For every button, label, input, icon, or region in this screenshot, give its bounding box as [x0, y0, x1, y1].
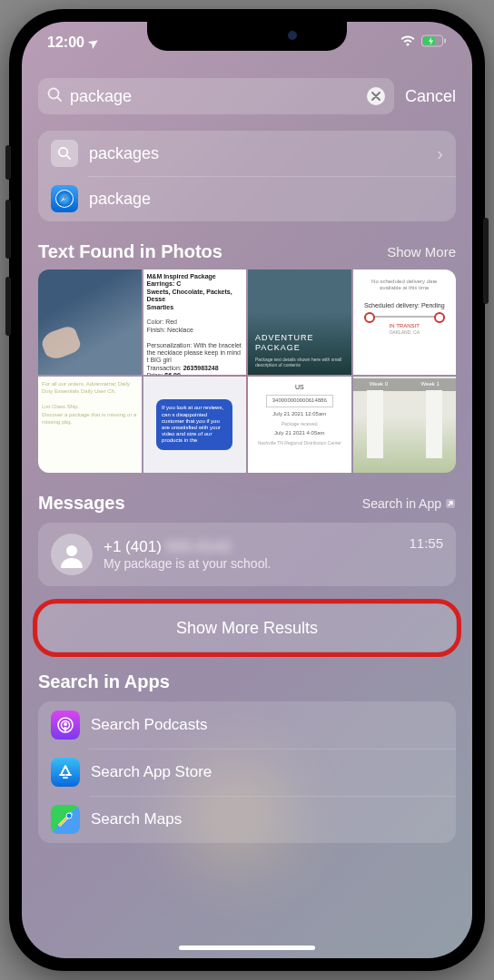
svg-line-4	[58, 97, 62, 101]
svg-point-14	[66, 813, 72, 818]
svg-rect-2	[444, 39, 446, 44]
apps-section-header: Search in Apps	[38, 671, 456, 692]
volume-down-button	[5, 277, 11, 336]
message-result[interactable]: +1 (401) 555-0142 My package is at your …	[38, 523, 456, 586]
photo-thumbnail[interactable]	[38, 270, 142, 375]
power-button	[483, 218, 489, 304]
section-title: Text Found in Photos	[38, 241, 222, 262]
clear-search-button[interactable]	[367, 87, 385, 105]
photo-thumbnail[interactable]: For all our orders, Advancetrac Daily Du…	[38, 377, 142, 473]
arrow-out-icon	[445, 498, 456, 509]
svg-point-10	[66, 545, 77, 556]
podcasts-icon	[51, 710, 80, 740]
photo-thumbnail[interactable]: Week 0Week 1	[353, 377, 457, 473]
suggestion-packages[interactable]: packages ›	[38, 131, 456, 176]
photo-thumbnail[interactable]: If you look at our reviews, can s disapp…	[143, 377, 247, 473]
photo-thumbnail[interactable]: No scheduled delivery date available at …	[353, 270, 457, 375]
messages-section-header: Messages Search in App	[38, 493, 456, 514]
location-services-icon: ➤	[85, 34, 102, 52]
safari-icon	[51, 185, 78, 212]
silence-switch	[5, 145, 11, 180]
notch	[147, 22, 347, 51]
home-indicator[interactable]	[179, 946, 315, 950]
svg-point-3	[49, 88, 59, 98]
battery-icon	[421, 34, 447, 51]
message-preview: My package is at your school.	[104, 556, 398, 571]
cancel-button[interactable]: Cancel	[405, 87, 456, 106]
suggestion-label: package	[89, 190, 151, 209]
message-time: 11:55	[409, 535, 443, 551]
photos-section-header: Text Found in Photos Show More	[38, 241, 456, 262]
svg-line-6	[66, 155, 70, 159]
app-row-label: Search Maps	[91, 810, 182, 828]
show-more-results-button[interactable]: Show More Results	[38, 604, 456, 652]
search-maps-row[interactable]: Search Maps	[38, 796, 456, 843]
wifi-icon	[400, 34, 416, 51]
search-in-apps-card: Search Podcasts Search App Store Search …	[38, 701, 456, 843]
suggestion-safari-package[interactable]: package	[38, 176, 456, 221]
section-title: Search in Apps	[38, 671, 170, 692]
search-icon	[51, 140, 78, 167]
volume-up-button	[5, 200, 11, 259]
phone-frame: 12:00 ➤	[9, 9, 485, 971]
status-time: 12:00	[47, 34, 84, 51]
avatar	[51, 534, 93, 575]
svg-rect-1	[423, 37, 435, 45]
search-appstore-row[interactable]: Search App Store	[38, 749, 456, 796]
app-row-label: Search Podcasts	[91, 716, 208, 734]
photo-thumbnail[interactable]: US 340000000000614886 July 21 2021 12:05…	[248, 377, 351, 473]
appstore-icon	[51, 758, 80, 787]
search-podcasts-row[interactable]: Search Podcasts	[38, 701, 456, 749]
message-sender: +1 (401) 555-0142	[104, 538, 398, 556]
search-icon	[47, 87, 63, 106]
suggestion-label: packages	[89, 144, 159, 163]
search-input[interactable]	[70, 87, 360, 106]
screen: 12:00 ➤	[22, 22, 472, 958]
suggestions-card: packages › package	[38, 131, 456, 221]
app-row-label: Search App Store	[91, 763, 212, 781]
spotlight-search-bar[interactable]	[38, 78, 394, 114]
chevron-right-icon: ›	[437, 143, 443, 164]
maps-icon	[51, 805, 80, 834]
svg-point-13	[64, 722, 67, 726]
photo-thumbnail[interactable]: M&M Inspired Package Earrings: C Sweets,…	[143, 270, 247, 375]
photo-thumbnail[interactable]: ADVENTURE PACKAGE Package text details s…	[248, 270, 351, 375]
search-in-app-button[interactable]: Search in App	[362, 496, 456, 511]
show-more-button[interactable]: Show More	[387, 244, 456, 260]
section-title: Messages	[38, 493, 125, 514]
photos-grid: M&M Inspired Package Earrings: C Sweets,…	[38, 270, 456, 473]
